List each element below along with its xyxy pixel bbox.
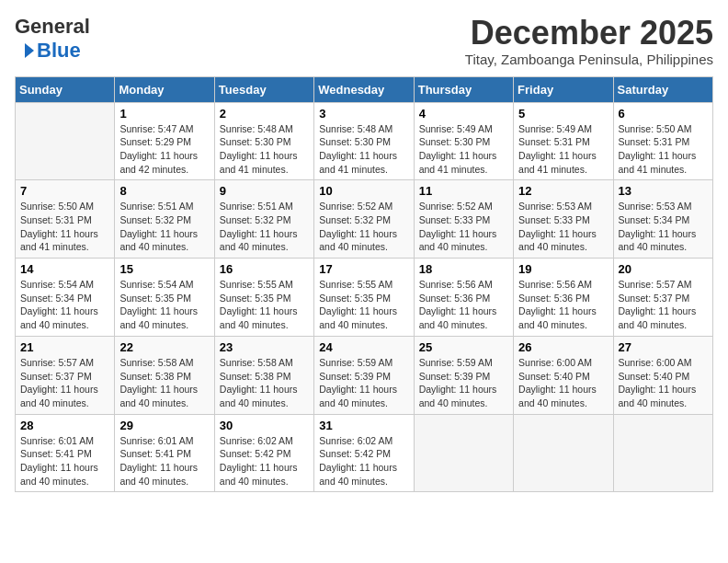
day-number: 12	[518, 184, 608, 198]
day-number: 17	[319, 262, 408, 276]
day-info: Sunrise: 5:47 AMSunset: 5:29 PMDaylight:…	[119, 122, 209, 177]
day-info: Sunrise: 5:52 AMSunset: 5:33 PMDaylight:…	[419, 200, 508, 254]
logo-general: General	[15, 15, 90, 39]
day-info: Sunrise: 6:00 AMSunset: 5:40 PMDaylight:…	[518, 356, 608, 410]
day-number: 27	[619, 340, 708, 354]
subtitle: Titay, Zamboanga Peninsula, Philippines	[465, 52, 713, 67]
calendar-cell: 10Sunrise: 5:52 AMSunset: 5:32 PMDayligh…	[314, 180, 414, 259]
day-of-week-header: Tuesday	[214, 76, 313, 102]
calendar-cell: 18Sunrise: 5:56 AMSunset: 5:36 PMDayligh…	[414, 259, 513, 337]
day-info: Sunrise: 5:50 AMSunset: 5:31 PMDaylight:…	[20, 200, 109, 254]
day-number: 18	[419, 262, 508, 276]
day-info: Sunrise: 5:58 AMSunset: 5:38 PMDaylight:…	[220, 356, 309, 410]
calendar-cell: 1Sunrise: 5:47 AMSunset: 5:29 PMDaylight…	[115, 102, 214, 180]
day-info: Sunrise: 5:55 AMSunset: 5:35 PMDaylight:…	[319, 278, 408, 332]
calendar-cell: 6Sunrise: 5:50 AMSunset: 5:31 PMDaylight…	[613, 102, 712, 180]
day-of-week-header: Monday	[115, 76, 214, 102]
day-info: Sunrise: 5:57 AMSunset: 5:37 PMDaylight:…	[20, 356, 109, 410]
day-number: 29	[119, 419, 209, 432]
day-info: Sunrise: 6:02 AMSunset: 5:42 PMDaylight:…	[319, 434, 408, 488]
calendar-week-row: 14Sunrise: 5:54 AMSunset: 5:34 PMDayligh…	[16, 259, 713, 337]
month-title: December 2025	[465, 15, 713, 52]
calendar-cell: 23Sunrise: 5:58 AMSunset: 5:38 PMDayligh…	[214, 336, 313, 414]
day-info: Sunrise: 5:48 AMSunset: 5:30 PMDaylight:…	[220, 122, 309, 177]
day-info: Sunrise: 5:59 AMSunset: 5:39 PMDaylight:…	[419, 356, 508, 410]
calendar-header-row: SundayMondayTuesdayWednesdayThursdayFrid…	[16, 76, 713, 102]
calendar-cell: 15Sunrise: 5:54 AMSunset: 5:35 PMDayligh…	[115, 259, 214, 337]
day-of-week-header: Friday	[514, 76, 613, 102]
calendar-week-row: 21Sunrise: 5:57 AMSunset: 5:37 PMDayligh…	[16, 336, 713, 414]
day-info: Sunrise: 5:51 AMSunset: 5:32 PMDaylight:…	[119, 200, 209, 254]
calendar-cell: 14Sunrise: 5:54 AMSunset: 5:34 PMDayligh…	[16, 259, 115, 337]
day-number: 15	[119, 262, 209, 276]
calendar-week-row: 7Sunrise: 5:50 AMSunset: 5:31 PMDaylight…	[16, 180, 713, 259]
calendar-cell: 8Sunrise: 5:51 AMSunset: 5:32 PMDaylight…	[115, 180, 214, 259]
day-number: 25	[419, 340, 508, 354]
day-number: 20	[619, 262, 708, 276]
calendar-cell: 5Sunrise: 5:49 AMSunset: 5:31 PMDaylight…	[514, 102, 613, 180]
calendar-cell: 19Sunrise: 5:56 AMSunset: 5:36 PMDayligh…	[514, 259, 613, 337]
day-number: 9	[220, 184, 309, 198]
calendar-cell: 11Sunrise: 5:52 AMSunset: 5:33 PMDayligh…	[414, 180, 513, 259]
day-info: Sunrise: 5:52 AMSunset: 5:32 PMDaylight:…	[319, 200, 408, 254]
day-number: 1	[119, 107, 209, 121]
day-number: 2	[220, 107, 309, 121]
day-info: Sunrise: 5:54 AMSunset: 5:35 PMDaylight:…	[119, 278, 209, 332]
day-info: Sunrise: 5:56 AMSunset: 5:36 PMDaylight:…	[518, 278, 608, 332]
calendar-cell: 7Sunrise: 5:50 AMSunset: 5:31 PMDaylight…	[16, 180, 115, 259]
day-info: Sunrise: 5:53 AMSunset: 5:33 PMDaylight:…	[518, 200, 608, 254]
day-number: 28	[20, 419, 109, 432]
day-number: 23	[220, 340, 309, 354]
calendar-cell	[613, 414, 712, 492]
calendar-cell: 4Sunrise: 5:49 AMSunset: 5:30 PMDaylight…	[414, 102, 513, 180]
calendar-body: 1Sunrise: 5:47 AMSunset: 5:29 PMDaylight…	[16, 102, 713, 492]
calendar-cell: 13Sunrise: 5:53 AMSunset: 5:34 PMDayligh…	[613, 180, 712, 259]
day-number: 4	[419, 107, 508, 121]
calendar-week-row: 1Sunrise: 5:47 AMSunset: 5:29 PMDaylight…	[16, 102, 713, 180]
calendar-cell: 22Sunrise: 5:58 AMSunset: 5:38 PMDayligh…	[115, 336, 214, 414]
day-number: 30	[220, 419, 309, 432]
calendar-cell: 12Sunrise: 5:53 AMSunset: 5:33 PMDayligh…	[514, 180, 613, 259]
day-number: 3	[319, 107, 408, 121]
day-of-week-header: Wednesday	[314, 76, 414, 102]
day-info: Sunrise: 6:02 AMSunset: 5:42 PMDaylight:…	[220, 434, 309, 488]
calendar-cell: 20Sunrise: 5:57 AMSunset: 5:37 PMDayligh…	[613, 259, 712, 337]
day-number: 5	[518, 107, 608, 121]
day-number: 6	[619, 107, 708, 121]
day-number: 22	[119, 340, 209, 354]
day-number: 10	[319, 184, 408, 198]
calendar-cell: 26Sunrise: 6:00 AMSunset: 5:40 PMDayligh…	[514, 336, 613, 414]
calendar-table: SundayMondayTuesdayWednesdayThursdayFrid…	[15, 76, 713, 493]
day-number: 14	[20, 262, 109, 276]
day-number: 26	[518, 340, 608, 354]
calendar-cell: 21Sunrise: 5:57 AMSunset: 5:37 PMDayligh…	[16, 336, 115, 414]
day-info: Sunrise: 5:49 AMSunset: 5:30 PMDaylight:…	[419, 122, 508, 177]
calendar-cell: 28Sunrise: 6:01 AMSunset: 5:41 PMDayligh…	[16, 414, 115, 492]
day-number: 11	[419, 184, 508, 198]
day-info: Sunrise: 5:48 AMSunset: 5:30 PMDaylight:…	[319, 122, 408, 177]
calendar-cell: 29Sunrise: 6:01 AMSunset: 5:41 PMDayligh…	[115, 414, 214, 492]
calendar-cell: 31Sunrise: 6:02 AMSunset: 5:42 PMDayligh…	[314, 414, 414, 492]
calendar-cell: 9Sunrise: 5:51 AMSunset: 5:32 PMDaylight…	[214, 180, 313, 259]
title-area: December 2025 Titay, Zamboanga Peninsula…	[465, 15, 713, 67]
calendar-cell: 25Sunrise: 5:59 AMSunset: 5:39 PMDayligh…	[414, 336, 513, 414]
day-of-week-header: Saturday	[613, 76, 712, 102]
calendar-cell: 30Sunrise: 6:02 AMSunset: 5:42 PMDayligh…	[214, 414, 313, 492]
logo-blue: Blue	[37, 39, 81, 63]
calendar-week-row: 28Sunrise: 6:01 AMSunset: 5:41 PMDayligh…	[16, 414, 713, 492]
calendar-cell: 16Sunrise: 5:55 AMSunset: 5:35 PMDayligh…	[214, 259, 313, 337]
calendar-cell: 27Sunrise: 6:00 AMSunset: 5:40 PMDayligh…	[613, 336, 712, 414]
calendar-cell: 24Sunrise: 5:59 AMSunset: 5:39 PMDayligh…	[314, 336, 414, 414]
calendar-cell	[514, 414, 613, 492]
calendar-cell: 17Sunrise: 5:55 AMSunset: 5:35 PMDayligh…	[314, 259, 414, 337]
day-info: Sunrise: 5:54 AMSunset: 5:34 PMDaylight:…	[20, 278, 109, 332]
day-number: 16	[220, 262, 309, 276]
calendar-cell: 3Sunrise: 5:48 AMSunset: 5:30 PMDaylight…	[314, 102, 414, 180]
day-of-week-header: Sunday	[16, 76, 115, 102]
day-number: 31	[319, 419, 408, 432]
day-info: Sunrise: 6:01 AMSunset: 5:41 PMDaylight:…	[119, 434, 209, 488]
day-info: Sunrise: 6:00 AMSunset: 5:40 PMDaylight:…	[619, 356, 708, 410]
page-header: General Blue December 2025 Titay, Zamboa…	[15, 15, 713, 67]
day-info: Sunrise: 5:51 AMSunset: 5:32 PMDaylight:…	[220, 200, 309, 254]
calendar-cell	[414, 414, 513, 492]
